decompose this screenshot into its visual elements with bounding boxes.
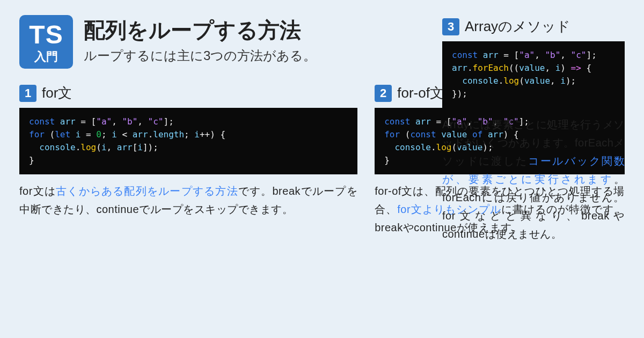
section-title-1: for文 [42,84,72,102]
code-block-1: const arr = ["a", "b", "c"]; for (let i … [19,108,357,174]
section-array-method: 3 Arrayのメソッド const arr = ["a", "b", "c"]… [442,17,625,243]
page-title: 配列をループする方法 [84,17,316,43]
section-title-2: for-of文 [397,84,444,102]
desc-3: Arrayには要素ごとに処理を行うメソッドがいくつかあります。forEachメソ… [442,115,625,243]
section-head: 1 for文 [19,84,357,102]
section-title-3: Arrayのメソッド [465,17,570,36]
badge-1: 1 [19,85,36,102]
page-subtitle: ループするには主に3つの方法がある。 [84,47,316,64]
desc-1: for文は古くからある配列をループする方法です。breakでループを中断できたり… [19,182,357,218]
code-block-3: const arr = ["a", "b", "c"]; arr.forEach… [442,41,625,108]
logo-main: TS [29,22,63,48]
ts-logo: TS 入門 [19,15,73,69]
title-block: 配列をループする方法 ループするには主に3つの方法がある。 [84,15,316,64]
badge-2: 2 [375,85,392,102]
section-head: 3 Arrayのメソッド [442,17,625,36]
section-for: 1 for文 const arr = ["a", "b", "c"]; for … [19,84,357,237]
badge-3: 3 [442,18,459,35]
logo-sub: 入門 [34,49,58,65]
